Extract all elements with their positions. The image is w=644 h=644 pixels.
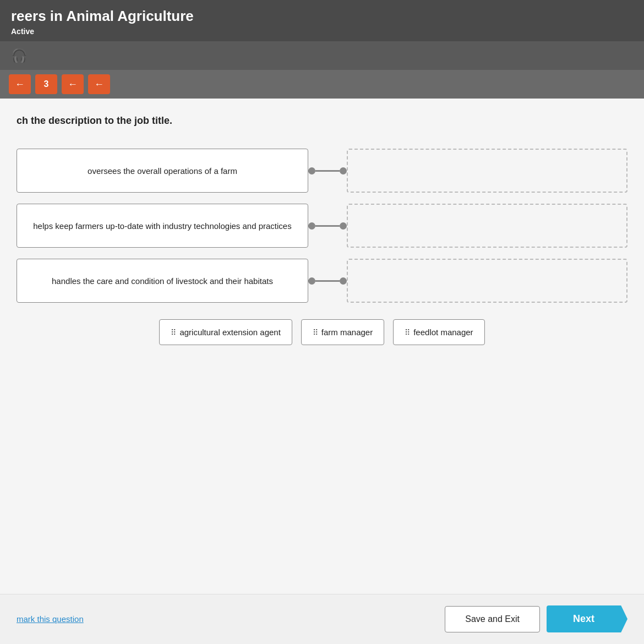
save-exit-button[interactable]: Save and Exit xyxy=(445,606,540,632)
drag-handle-icon-1: ⠿ xyxy=(171,328,175,337)
main-content: ch the description to the job title. ove… xyxy=(0,99,644,594)
connector-dot-3 xyxy=(308,277,315,285)
drag-items-row: ⠿ agricultural extension agent ⠿ farm ma… xyxy=(17,319,627,345)
description-box-2: helps keep farmers up-to-date with indus… xyxy=(17,204,308,248)
drag-handle-icon-3: ⠿ xyxy=(405,328,409,337)
drag-item-label-1: agricultural extension agent xyxy=(179,328,280,337)
description-box-3: handles the care and condition of livest… xyxy=(17,259,308,303)
connector-2 xyxy=(308,222,347,230)
matching-area: oversees the overall operations of a far… xyxy=(17,149,627,303)
connector-line-3 xyxy=(315,280,340,282)
headphone-button[interactable]: 🎧 xyxy=(9,46,30,66)
connector-dot-2b xyxy=(340,222,347,230)
drag-item-3[interactable]: ⠿ feedlot manager xyxy=(393,319,484,345)
page-title: reers in Animal Agriculture xyxy=(11,8,633,25)
next-button[interactable]: Next xyxy=(547,605,627,632)
drag-item-label-2: farm manager xyxy=(321,328,373,337)
nav-row: ← 3 ← ← xyxy=(0,70,644,99)
question-number[interactable]: 3 xyxy=(35,74,57,94)
drag-item-2[interactable]: ⠿ farm manager xyxy=(301,319,384,345)
connector-1 xyxy=(308,167,347,174)
drop-zone-3[interactable] xyxy=(347,259,627,303)
headphone-icon: 🎧 xyxy=(11,48,28,63)
back-button-3[interactable]: ← xyxy=(88,74,110,94)
drop-zone-1[interactable] xyxy=(347,149,627,193)
back-arrow-icon-2: ← xyxy=(68,79,78,90)
connector-dot-1 xyxy=(308,167,315,174)
drag-handle-icon-2: ⠿ xyxy=(313,328,317,337)
mark-question-button[interactable]: mark this question xyxy=(17,614,84,624)
connector-3 xyxy=(308,277,347,285)
connector-line-1 xyxy=(315,170,340,172)
back-button-1[interactable]: ← xyxy=(9,74,31,94)
matching-row-3: handles the care and condition of livest… xyxy=(17,259,627,303)
connector-dot-2 xyxy=(308,222,315,230)
question-instruction: ch the description to the job title. xyxy=(17,115,627,127)
back-arrow-icon: ← xyxy=(15,79,25,90)
header: reers in Animal Agriculture Active xyxy=(0,0,644,41)
connector-dot-1b xyxy=(340,167,347,174)
description-box-1: oversees the overall operations of a far… xyxy=(17,149,308,193)
connector-line-2 xyxy=(315,225,340,227)
back-arrow-icon-3: ← xyxy=(94,79,104,90)
matching-row-2: helps keep farmers up-to-date with indus… xyxy=(17,204,627,248)
toolbar: 🎧 xyxy=(0,41,644,70)
status-badge: Active xyxy=(11,27,633,36)
drag-item-label-3: feedlot manager xyxy=(413,328,473,337)
drag-item-1[interactable]: ⠿ agricultural extension agent xyxy=(159,319,292,345)
matching-row-1: oversees the overall operations of a far… xyxy=(17,149,627,193)
drop-zone-2[interactable] xyxy=(347,204,627,248)
bottom-bar: mark this question Save and Exit Next xyxy=(0,594,644,643)
connector-dot-3b xyxy=(340,277,347,285)
back-button-2[interactable]: ← xyxy=(62,74,84,94)
bottom-buttons: Save and Exit Next xyxy=(445,605,627,632)
